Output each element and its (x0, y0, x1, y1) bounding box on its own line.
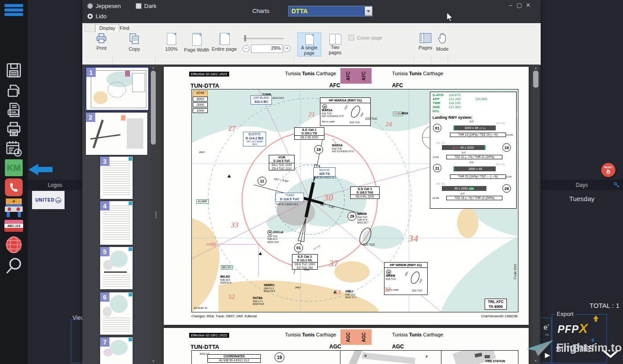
zoom-100-button[interactable]: 100% (162, 33, 180, 52)
thumb-scroll-up-icon[interactable]: ▲ (150, 66, 157, 69)
ndb-baouad: BAOUAD325 TS (313, 167, 336, 177)
zoom-out-button[interactable]: − (243, 45, 250, 52)
back-arrow-icon[interactable] (28, 163, 53, 178)
viewer-scrollbar-thumb[interactable] (533, 71, 538, 88)
print-button[interactable]: Print (93, 33, 110, 51)
lido-radio[interactable]: Lido (87, 13, 107, 20)
km-tool-icon[interactable]: KM (4, 159, 24, 177)
thumbnail-page-2[interactable]: 2 (86, 113, 147, 155)
single-page-button[interactable]: A single page (297, 32, 321, 57)
viewer-scroll-up-icon[interactable]: ▲ (532, 66, 539, 69)
united-logo-label: UNITED (35, 198, 54, 202)
ils-19-box: ILS Cat 1D 109.1 TSID6.2 ISI 2000 (294, 127, 324, 140)
save-icon[interactable] (4, 61, 24, 79)
thumb-scroll-down-icon[interactable]: ▼ (150, 360, 157, 363)
export-group-label: Export (555, 311, 575, 317)
wpt-beled: BELEDN36 39.4E009 51.0 (220, 275, 231, 284)
right-panel: RESET Days Tuesday TOTAL : 1 e’ ou ▶ Exp… (541, 0, 623, 364)
entire-page-button[interactable]: Entire page (211, 33, 237, 52)
mode-button[interactable]: Mode (433, 33, 451, 52)
thumbnail-scrollbar-thumb[interactable] (151, 71, 156, 145)
hamburger-menu-icon[interactable] (4, 4, 23, 17)
taxiway-f: F (426, 355, 428, 359)
ldg-29-slope: 3.0° (461, 192, 465, 195)
ndb-capblanc: CAP BLANC310.3 BC (251, 95, 272, 105)
thumbnail-2-badge: 2 (86, 113, 95, 122)
rwy-19-circle: 19 (314, 145, 323, 154)
view-group-box (71, 320, 83, 363)
day-value: Tuesday (541, 195, 623, 202)
viewer-window-controls: – ▢ ✕ (506, 2, 533, 8)
copy-button[interactable]: Copy (125, 33, 144, 52)
gate-sign-icon[interactable]: ✈ (4, 198, 24, 218)
cover-page-checkbox-icon (348, 35, 354, 40)
ldg-11-caption: THR 20 (1hPa) / TDZ --- (---%) (450, 174, 506, 179)
fire-station-label: FIRE STATION (485, 360, 505, 363)
charts-dropdown[interactable]: DTTA (288, 6, 372, 16)
chart-map-frame-2: E010 13' COORDINATESA1 N36 50.4 E010 13.… (191, 350, 518, 364)
zoom-slider-handle[interactable] (244, 35, 246, 41)
viewer-close-button[interactable]: ✕ (524, 2, 533, 8)
thumbnail-page-6[interactable]: 6 (100, 292, 133, 335)
app-sidebar: KML KM ✈ ABC-123 (0, 0, 28, 364)
united-logo[interactable]: UNITED (32, 191, 65, 209)
rwy-01-circle: 01 (294, 243, 303, 252)
pfpx-logo-x: X (579, 321, 588, 336)
thumbnail-4-badge: 4 (100, 201, 109, 210)
thumbnail-page-1[interactable]: 1 (85, 67, 149, 111)
elev-1620: 1620 (199, 151, 204, 154)
page-width-button[interactable]: Page Width (184, 33, 210, 53)
chevron-down-icon[interactable] (603, 349, 619, 360)
msa-22: 22 (384, 286, 391, 294)
two-pages-button[interactable]: Two pages (324, 32, 346, 56)
reset-button[interactable]: RESET (601, 163, 615, 177)
viewer-minimize-button[interactable]: – (506, 2, 515, 8)
kml-export-icon[interactable]: KML (4, 101, 24, 119)
thumbnail-page-7[interactable]: 7 (100, 337, 133, 364)
abc-123-icon[interactable]: ABC-123 (4, 219, 24, 232)
viewer-scroll-down-icon[interactable]: ▼ (532, 359, 539, 362)
jeppesen-radio[interactable]: Jeppesen (87, 3, 121, 9)
rwy-11-circle: 11 (258, 177, 267, 186)
zoom-in-button[interactable]: + (283, 45, 291, 52)
chart-main-view[interactable]: Effective 02-DEC-2021 Tunisia Tunis Cart… (157, 65, 532, 364)
ldg-01-slope: 3.0° (469, 120, 474, 123)
calendar-clock-icon[interactable] (4, 139, 24, 158)
globe-icon[interactable] (4, 235, 24, 255)
tab-find[interactable]: Find (116, 24, 133, 32)
tab-display[interactable]: Display (95, 24, 119, 32)
search-icon[interactable] (4, 256, 24, 275)
chart-type-right: AFC (392, 82, 403, 89)
dark-checkbox[interactable]: Dark (136, 3, 156, 9)
wpt-nirem: NIREMD16 TUCN36 47.6E010 30.7 (357, 212, 368, 224)
jeppesen-radio-icon (87, 3, 93, 9)
thumbnail-page-5[interactable]: 5 (100, 247, 133, 289)
viewer-maximize-button[interactable]: ▢ (515, 2, 524, 8)
wpt-nebro: NEBRON36 21.2E010 09.9 (264, 283, 275, 292)
cover-page-checkbox[interactable]: Cover page (348, 35, 382, 40)
zoom-slider-track[interactable] (243, 38, 283, 39)
key-icon[interactable] (614, 182, 619, 188)
pfpx-export-button[interactable]: PFPX (558, 321, 602, 336)
ldg-29-grad: +0.1% (432, 197, 439, 199)
taxiway-h: H (364, 354, 367, 358)
copy-pages-icon[interactable] (4, 82, 24, 100)
dme-d21: D21 TUC (363, 243, 375, 247)
zoom-value-field[interactable]: 29% (251, 44, 283, 53)
viewer-scrollbar[interactable]: ▲ ▼ (532, 65, 539, 364)
ldg-rwy-19-circle: 19 (502, 143, 511, 152)
tunis-coords: N36 51.1 E010 13.9 (276, 203, 298, 206)
thumbnail-page-3[interactable]: 3 (100, 157, 133, 199)
lido-radio-label: Lido (96, 13, 107, 20)
dropdown-arrow-icon[interactable] (365, 7, 372, 16)
print-icon[interactable] (4, 120, 24, 138)
phone-icon[interactable] (4, 178, 24, 197)
mouse-cursor (447, 12, 454, 22)
left-panel: Logos UNITED View (28, 0, 82, 364)
thumbnail-page-4[interactable]: 4 (100, 201, 133, 245)
ldg-01-grad: +0.1% (506, 133, 513, 136)
pages-button-icon (420, 33, 432, 43)
simbrief-export-button[interactable]: simBrief ✈ (556, 342, 595, 355)
msa-32: 32 (210, 241, 216, 248)
pages-button[interactable]: Pages (417, 33, 434, 50)
